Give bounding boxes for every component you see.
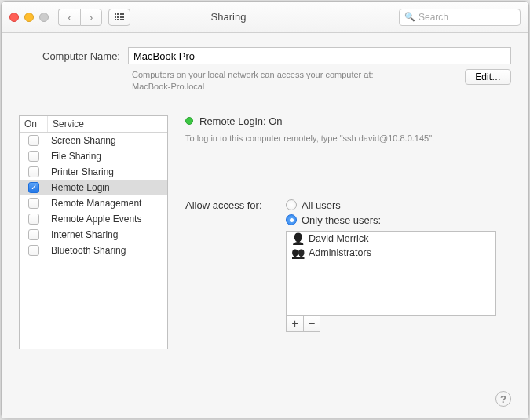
service-checkbox[interactable] [28,151,39,162]
status-text: Remote Login: On [199,115,283,127]
close-window-button[interactable] [9,13,19,22]
window-title: Sharing [58,11,399,23]
service-row[interactable]: Screen Sharing [20,133,167,148]
ssh-hint: To log in to this computer remotely, typ… [185,133,511,143]
computer-name-input[interactable] [128,47,511,64]
user-name: David Merrick [309,233,368,244]
status-dot-icon [185,117,193,125]
radio-icon [286,214,297,225]
service-checkbox[interactable] [28,198,39,209]
service-name: Bluetooth Sharing [48,245,167,256]
service-row[interactable]: Bluetooth Sharing [20,243,167,258]
maximize-window-button [39,13,49,22]
person-icon: 👤 [291,233,304,244]
content-area: Computer Name: Computers on your local n… [2,33,528,418]
body-row: On Service Screen SharingFile SharingPri… [19,115,511,386]
services-body: Screen SharingFile SharingPrinter Sharin… [20,133,167,258]
service-checkbox[interactable] [28,245,39,256]
radio-only-users[interactable]: Only these users: [286,214,381,226]
access-block: Allow access for: All users Only these u… [185,199,511,332]
radio-only-label: Only these users: [302,214,381,226]
allowed-users-list[interactable]: 👤David Merrick👥Administrators [286,231,496,316]
sharing-window: ‹ › Sharing 🔍 Search Computer Name: Comp… [1,1,529,418]
service-detail: Remote Login: On To log in to this compu… [185,115,511,386]
service-name: Remote Management [48,198,167,209]
service-row[interactable]: Remote Login [20,180,167,195]
search-placeholder: Search [419,12,448,23]
service-checkbox[interactable] [28,182,39,193]
service-checkbox[interactable] [28,166,39,177]
service-checkbox[interactable] [28,135,39,146]
service-row[interactable]: Remote Apple Events [20,211,167,227]
traffic-lights [9,13,49,22]
group-icon: 👥 [291,247,304,258]
service-row[interactable]: Printer Sharing [20,164,167,180]
divider [19,104,511,104]
service-name: Printer Sharing [48,166,167,177]
service-name: Internet Sharing [48,229,167,240]
titlebar: ‹ › Sharing 🔍 Search [2,2,528,33]
computer-name-section: Computer Name: Computers on your local n… [19,47,511,93]
user-item[interactable]: 👥Administrators [287,246,495,260]
services-table: On Service Screen SharingFile SharingPri… [19,115,168,349]
computer-name-label: Computer Name: [42,50,120,62]
remove-user-button[interactable]: − [303,316,320,332]
radio-all-users[interactable]: All users [286,199,381,211]
add-user-button[interactable]: + [286,316,303,332]
search-input[interactable]: 🔍 Search [399,9,521,26]
access-label: Allow access for: [185,199,280,211]
service-name: Remote Apple Events [48,214,167,225]
radio-all-label: All users [302,199,341,211]
service-name: Remote Login [48,182,167,193]
service-row[interactable]: Internet Sharing [20,227,167,243]
service-name: File Sharing [48,151,167,162]
column-on: On [20,116,48,132]
search-icon: 🔍 [404,12,415,22]
service-checkbox[interactable] [28,229,39,240]
edit-hostname-button[interactable]: Edit… [465,69,511,85]
radio-icon [286,199,297,210]
status-row: Remote Login: On [185,115,511,127]
user-name: Administrators [309,247,371,258]
user-item[interactable]: 👤David Merrick [287,232,495,246]
help-button[interactable]: ? [495,391,511,407]
service-row[interactable]: Remote Management [20,195,167,211]
service-checkbox[interactable] [28,214,39,225]
service-row[interactable]: File Sharing [20,148,167,164]
minimize-window-button[interactable] [24,13,34,22]
computer-name-hint: Computers on your local network can acce… [132,69,454,93]
service-name: Screen Sharing [48,135,167,146]
column-service: Service [48,116,167,132]
services-header: On Service [20,116,167,133]
